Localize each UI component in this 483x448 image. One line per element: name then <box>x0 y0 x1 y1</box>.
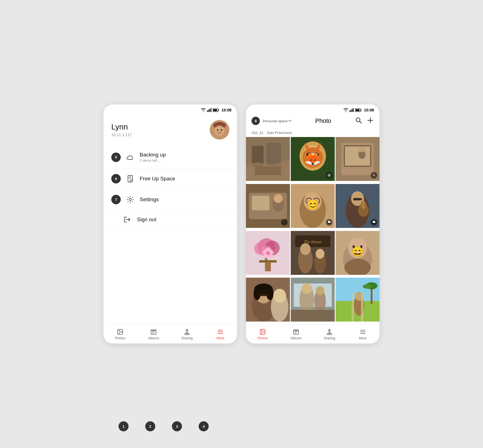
menu-item-settings[interactable]: 7 Settings <box>103 189 237 210</box>
nav-more-right[interactable]: More <box>346 326 379 342</box>
svg-rect-130 <box>352 292 354 322</box>
avatar-image <box>210 120 229 140</box>
backing-up-title: Backing up <box>140 152 229 158</box>
photo-9-img <box>336 231 379 275</box>
space-label[interactable]: Personal space <box>263 119 292 123</box>
badge-6: 6 <box>111 174 121 183</box>
photo-cell-9[interactable] <box>336 231 379 275</box>
photo-cell-6[interactable] <box>336 184 379 228</box>
photo-8-img: The House <box>291 231 335 275</box>
svg-rect-35 <box>361 109 362 111</box>
svg-rect-5 <box>218 109 219 111</box>
photo-10-img <box>246 278 290 322</box>
photo-cell-7[interactable] <box>246 231 290 275</box>
svg-rect-111 <box>258 293 269 296</box>
nav-photos-left[interactable]: Photos <box>103 326 137 342</box>
menu-item-free-up-space[interactable]: 6 Free Up Space <box>103 168 237 189</box>
bottom-circles: 1 2 3 4 <box>119 421 209 431</box>
nav-photos-right[interactable]: Photos <box>246 326 279 342</box>
svg-point-48 <box>302 147 323 168</box>
svg-rect-57 <box>344 146 371 166</box>
svg-rect-33 <box>353 108 354 112</box>
profile-info: Lynn 10.11.1.117 <box>111 123 132 137</box>
status-time-right: 10:08 <box>364 108 374 112</box>
chevron-down-icon <box>288 120 292 122</box>
date-location: JUL 21 · San Francisco <box>246 130 379 137</box>
wifi-icon <box>201 108 206 112</box>
nav-albums-label-right: Albums <box>290 336 302 340</box>
svg-point-72 <box>314 198 319 204</box>
upload-overlay-2 <box>326 172 332 179</box>
settings-title: Settings <box>140 196 229 203</box>
free-up-space-title: Free Up Space <box>140 176 229 182</box>
right-header-top: 8 Personal space Photo <box>252 117 374 125</box>
menu-item-backing-up[interactable]: 5 Backing up 2 items left ... <box>103 146 237 168</box>
svg-point-49 <box>307 153 318 165</box>
profile-ip: 10.11.1.117 <box>111 133 132 137</box>
photo-cell-5[interactable] <box>291 184 335 228</box>
photo-cell-1[interactable] <box>246 137 290 181</box>
circle-btn-1[interactable]: 1 <box>119 421 129 431</box>
circle-btn-2[interactable]: 2 <box>145 421 155 431</box>
device-icon <box>126 175 134 183</box>
free-up-space-text: Free Up Space <box>140 176 229 182</box>
cloud-overlay-5 <box>326 219 332 226</box>
signal-icon <box>207 108 211 112</box>
photo-11-img <box>291 278 335 322</box>
svg-rect-0 <box>207 110 208 112</box>
settings-text: Settings <box>140 196 229 203</box>
left-phone: 10:08 Lynn 10.11.1.117 <box>103 104 237 344</box>
nav-more-left[interactable]: More <box>204 326 237 342</box>
svg-rect-121 <box>291 310 335 322</box>
nav-more-label-right: More <box>359 336 366 340</box>
svg-text:!: ! <box>284 221 285 224</box>
svg-point-14 <box>221 130 224 133</box>
bottom-nav-right: Photos Albums Sharing <box>246 324 379 344</box>
svg-point-70 <box>304 192 321 211</box>
svg-point-98 <box>316 249 325 259</box>
svg-rect-137 <box>327 333 332 335</box>
avatar-svg <box>210 120 229 140</box>
photo-cell-2[interactable] <box>291 137 335 181</box>
photo-1-img <box>246 137 290 181</box>
nav-sharing-right[interactable]: Sharing <box>313 326 346 342</box>
signal-icon-right <box>349 108 354 112</box>
menu-item-sign-out[interactable]: Sign out <box>103 210 237 229</box>
nav-albums-right[interactable]: Albums <box>279 326 313 342</box>
photo-cell-4[interactable]: ! <box>246 184 290 228</box>
svg-rect-26 <box>185 333 189 335</box>
nav-sharing-label-right: Sharing <box>324 336 335 340</box>
svg-point-71 <box>306 198 312 204</box>
photo-cell-12[interactable] <box>336 278 379 322</box>
badge-5: 5 <box>111 153 121 162</box>
add-button[interactable] <box>367 117 374 125</box>
svg-rect-80 <box>363 200 364 209</box>
status-time-left: 10:08 <box>221 108 231 112</box>
nav-albums-left[interactable]: Albums <box>137 326 170 342</box>
photo-cell-3[interactable] <box>336 137 379 181</box>
menu-items: 5 Backing up 2 items left ... 6 <box>103 146 237 324</box>
photo-7-img <box>246 231 290 275</box>
search-button[interactable] <box>355 117 362 125</box>
photo-cell-8[interactable]: The House <box>291 231 335 275</box>
svg-rect-43 <box>267 143 281 166</box>
svg-rect-63 <box>252 196 269 210</box>
nav-sharing-left[interactable]: Sharing <box>170 326 204 342</box>
sign-out-text: Sign out <box>137 216 229 223</box>
upload-overlay-3 <box>371 172 377 179</box>
svg-point-19 <box>130 180 133 182</box>
svg-point-118 <box>302 283 312 294</box>
svg-point-20 <box>129 198 131 201</box>
svg-point-51 <box>315 153 319 156</box>
cloud-overlay-6 <box>371 219 377 226</box>
right-phone: 10:08 8 Personal space Photo <box>246 104 379 344</box>
circle-btn-4[interactable]: 4 <box>199 421 209 431</box>
photo-cell-10[interactable] <box>246 278 290 322</box>
svg-rect-81 <box>353 198 362 200</box>
svg-rect-131 <box>361 292 363 322</box>
circle-btn-3[interactable]: 3 <box>172 421 182 431</box>
header-badge-8: 8 <box>252 117 260 125</box>
photo-cell-11[interactable] <box>291 278 335 322</box>
svg-rect-1 <box>208 109 209 112</box>
svg-rect-90 <box>265 262 271 271</box>
